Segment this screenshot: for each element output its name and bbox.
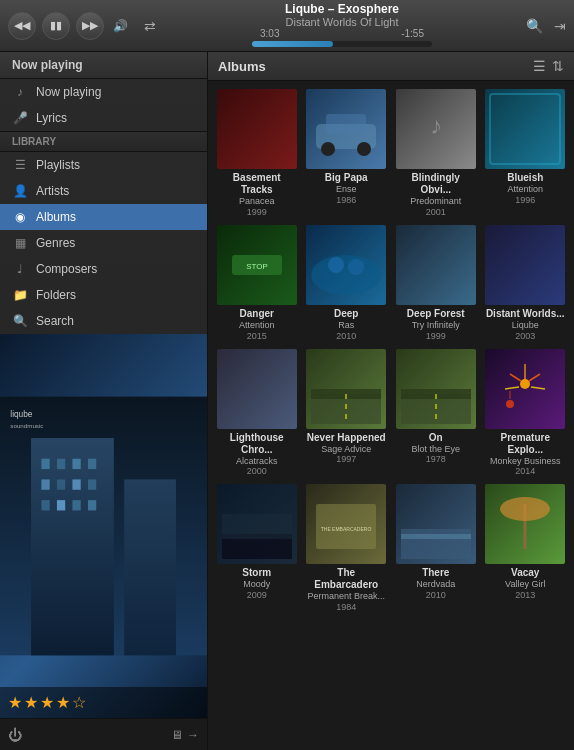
sidebar-item-genres[interactable]: ▦ Genres (0, 230, 207, 256)
album-cover (396, 225, 476, 305)
album-item[interactable]: THE EMBARCADERO The EmbarcaderoPermanent… (302, 480, 392, 616)
album-item[interactable]: Premature Explo...Monkey Business2014 (481, 345, 571, 481)
view-controls: ☰ ⇅ (533, 58, 564, 74)
album-name: Storm (217, 567, 297, 579)
main-area: Now playing ♪ Now playing 🎤 Lyrics Libra… (0, 52, 574, 750)
album-name: On (396, 432, 476, 444)
album-name: Deep Forest (396, 308, 476, 320)
album-info: Lighthouse Chro...Alcatracks2000 (217, 432, 297, 477)
album-cover (217, 484, 297, 564)
album-year: 1986 (306, 195, 386, 205)
search-icon-sidebar: 🔍 (12, 314, 28, 328)
album-item[interactable]: Basement TracksPanacea1999 (212, 85, 302, 221)
album-info: The EmbarcaderoPermanent Break...1984 (306, 567, 386, 612)
sidebar-label-lyrics: Lyrics (36, 111, 67, 125)
sidebar-item-artists[interactable]: 👤 Artists (0, 178, 207, 204)
albums-title: Albums (218, 59, 266, 74)
sidebar-label-artists: Artists (36, 184, 69, 198)
sidebar-item-folders[interactable]: 📁 Folders (0, 282, 207, 308)
sidebar-label-search: Search (36, 314, 74, 328)
album-item[interactable]: VacayValley Girl2013 (481, 480, 571, 616)
svg-rect-14 (88, 500, 96, 510)
sidebar-label-composers: Composers (36, 262, 97, 276)
album-item[interactable]: STOP DangerAttention2015 (212, 221, 302, 345)
album-item[interactable]: Distant Worlds...Liqube2003 (481, 221, 571, 345)
music-note-icon: ♪ (12, 85, 28, 99)
album-info: Never HappenedSage Advice1997 (306, 432, 386, 465)
album-item[interactable]: StormMoody2009 (212, 480, 302, 616)
sidebar-label-genres: Genres (36, 236, 75, 250)
track-info: Liqube – Exosphere Distant Worlds Of Lig… (170, 2, 514, 49)
sidebar-item-search[interactable]: 🔍 Search (0, 308, 207, 334)
sidebar-item-composers[interactable]: ♩ Composers (0, 256, 207, 282)
svg-point-32 (328, 257, 344, 273)
album-year: 2013 (485, 590, 565, 600)
power-icon[interactable]: ⏻ (8, 727, 22, 743)
disc-icon: ◉ (12, 210, 28, 224)
album-cover: THE EMBARCADERO (306, 484, 386, 564)
sidebar-item-lyrics[interactable]: 🎤 Lyrics (0, 105, 207, 131)
svg-rect-5 (72, 459, 80, 469)
next-button[interactable]: ▶▶ (76, 12, 104, 40)
album-item[interactable]: Deep ForestTry Infinitely1999 (391, 221, 481, 345)
album-artist: Alcatracks (217, 456, 297, 467)
album-info: Deep ForestTry Infinitely1999 (396, 308, 476, 341)
album-name: Lighthouse Chro... (217, 432, 297, 456)
list-view-icon[interactable]: ☰ (533, 58, 546, 74)
airplay-button[interactable]: ⇥ (554, 18, 566, 34)
sidebar-label-folders: Folders (36, 288, 76, 302)
album-name: Deep (306, 308, 386, 320)
album-item[interactable]: DeepRas2010 (302, 221, 392, 345)
pause-button[interactable]: ▮▮ (42, 12, 70, 40)
sort-icon[interactable]: ⇅ (552, 58, 564, 74)
album-artist: Blot the Eye (396, 444, 476, 455)
album-item[interactable]: Big PapaEnse1986 (302, 85, 392, 221)
progress-fill (252, 41, 333, 47)
search-icon[interactable]: 🔍 (520, 12, 548, 40)
sidebar-label-now-playing: Now playing (36, 85, 101, 99)
albums-grid: Basement TracksPanacea1999 Big PapaEnse1… (208, 81, 574, 750)
svg-rect-34 (396, 225, 476, 305)
monitor-icon: 🖥 (171, 728, 183, 742)
album-artist: Attention (485, 184, 565, 195)
sidebar-item-now-playing[interactable]: ♪ Now playing (0, 79, 207, 105)
album-info: Distant Worlds...Liqube2003 (485, 308, 565, 341)
album-item[interactable]: ThereNerdvada2010 (391, 480, 481, 616)
shuffle-button[interactable]: ⇄ (136, 12, 164, 40)
svg-rect-10 (88, 479, 96, 489)
album-item[interactable]: Lighthouse Chro...Alcatracks2000 (212, 345, 302, 481)
album-item[interactable]: Never HappenedSage Advice1997 (302, 345, 392, 481)
progress-bar[interactable] (252, 41, 432, 47)
album-art-overlay: ★★★★☆ (0, 687, 207, 718)
album-art-panel: liqube soundmusic ★★★★☆ (0, 334, 207, 718)
album-year: 1984 (306, 602, 386, 612)
person-icon: 👤 (12, 184, 28, 198)
album-item[interactable]: BlueishAttention1996 (481, 85, 571, 221)
album-year: 2009 (217, 590, 297, 600)
album-info: Blindingly Obvi...Predominant2001 (396, 172, 476, 217)
svg-rect-4 (57, 459, 65, 469)
album-item[interactable]: OnBlot the Eye1978 (391, 345, 481, 481)
album-cover (396, 349, 476, 429)
album-cover (217, 349, 297, 429)
album-year: 1996 (485, 195, 565, 205)
svg-text:soundmusic: soundmusic (10, 422, 43, 429)
main-panel: Albums ☰ ⇅ Basement TracksPanacea1999 (208, 52, 574, 750)
mic-icon: 🎤 (12, 111, 28, 125)
svg-rect-7 (41, 479, 49, 489)
svg-point-33 (348, 259, 364, 275)
svg-rect-11 (41, 500, 49, 510)
svg-point-52 (506, 400, 514, 408)
output-arrow-icon: → (187, 728, 199, 742)
sidebar-item-albums[interactable]: ◉ Albums (0, 204, 207, 230)
svg-rect-9 (72, 479, 80, 489)
album-item[interactable]: ♪ Blindingly Obvi...Predominant2001 (391, 85, 481, 221)
svg-rect-20 (326, 114, 366, 134)
album-year: 1997 (306, 454, 386, 464)
sidebar-item-playlists[interactable]: ☰ Playlists (0, 152, 207, 178)
album-artist: Permanent Break... (306, 591, 386, 602)
album-year: 1999 (396, 331, 476, 341)
prev-button[interactable]: ◀◀ (8, 12, 36, 40)
album-name: Premature Explo... (485, 432, 565, 456)
volume-button[interactable]: 🔊 (110, 19, 130, 33)
